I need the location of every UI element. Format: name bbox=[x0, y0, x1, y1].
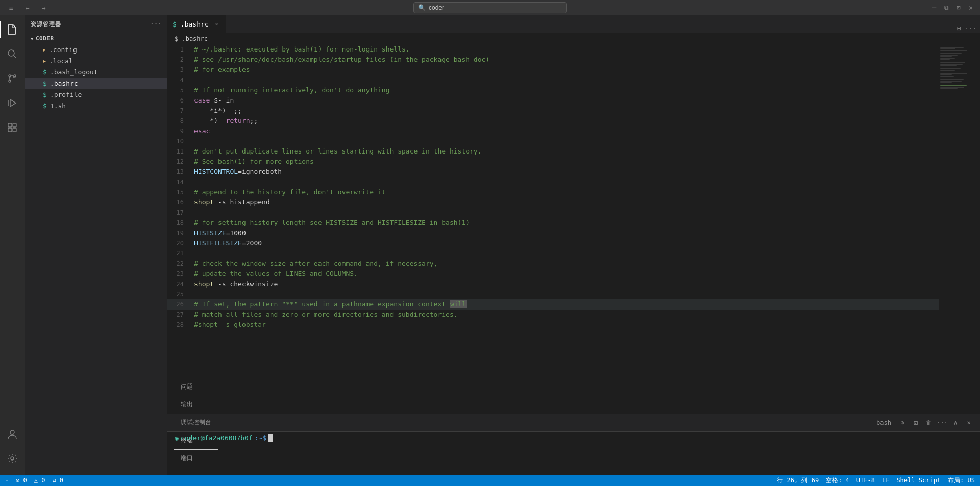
code-line-10: 10 bbox=[167, 136, 939, 146]
tab-dollar-icon: $ bbox=[173, 20, 177, 28]
sidebar-title: 资源管理器 bbox=[31, 20, 61, 28]
svg-marker-6 bbox=[10, 99, 16, 107]
activity-run[interactable] bbox=[0, 91, 24, 115]
minimap-line-24 bbox=[940, 82, 952, 83]
line-number-13: 13 bbox=[167, 167, 192, 177]
code-line-8: 8 *) return;; bbox=[167, 116, 939, 126]
back-button[interactable]: ← bbox=[21, 2, 34, 14]
code-line-18: 18# for setting history length see HISTS… bbox=[167, 218, 939, 228]
line-number-10: 10 bbox=[167, 136, 192, 146]
svg-point-2 bbox=[9, 75, 11, 77]
code-line-4: 4 bbox=[167, 75, 939, 85]
window-close-button[interactable]: × bbox=[967, 4, 975, 12]
tab-bar: $ .bashrc × ⊟ ··· bbox=[167, 15, 980, 33]
search-input[interactable] bbox=[429, 4, 551, 11]
spaces-indicator[interactable]: 空格: 4 bbox=[826, 476, 849, 485]
panel-tab-问题[interactable]: 问题 bbox=[174, 378, 218, 396]
tab-close-button[interactable]: × bbox=[213, 20, 221, 29]
activity-extensions[interactable] bbox=[0, 115, 24, 140]
section-label: CODER bbox=[36, 35, 54, 42]
sync-indicator[interactable]: ⇄ 0 bbox=[52, 477, 63, 484]
activity-source-control[interactable] bbox=[0, 66, 24, 91]
errors-indicator[interactable]: ⊘ 0 bbox=[16, 477, 27, 484]
title-bar-center: 🔍 bbox=[413, 2, 567, 13]
line-number-9: 9 bbox=[167, 126, 192, 136]
file-icon-local: ▶ bbox=[43, 58, 46, 64]
sidebar-item-config[interactable]: ▶ .config bbox=[24, 44, 167, 55]
activity-bar bbox=[0, 15, 24, 475]
minimap-line-19 bbox=[940, 74, 952, 75]
layout-indicator[interactable]: 布局: US bbox=[948, 476, 975, 485]
svg-rect-8 bbox=[8, 123, 12, 127]
line-content-10 bbox=[192, 136, 939, 146]
minimap-line-15 bbox=[940, 68, 961, 69]
line-content-27: # match all files and zero or more direc… bbox=[192, 310, 939, 320]
line-content-1: # ~/.bashrc: executed by bash(1) for non… bbox=[192, 44, 939, 55]
svg-line-1 bbox=[14, 56, 17, 59]
line-number-2: 2 bbox=[167, 55, 192, 65]
line-content-15: # append to the history file, don't over… bbox=[192, 187, 939, 197]
minimap-line-16 bbox=[940, 70, 955, 71]
encoding-indicator[interactable]: UTF-8 bbox=[856, 477, 875, 484]
activity-accounts[interactable] bbox=[0, 422, 24, 446]
errors-text: ⊘ 0 bbox=[16, 477, 27, 484]
sidebar-item-profile[interactable]: $ .profile bbox=[24, 89, 167, 100]
activity-explorer[interactable] bbox=[0, 17, 24, 42]
line-content-17 bbox=[192, 208, 939, 218]
code-lines-container: 1# ~/.bashrc: executed by bash(1) for no… bbox=[167, 44, 939, 330]
forward-button[interactable]: → bbox=[38, 2, 50, 14]
code-line-7: 7 *i*) ;; bbox=[167, 106, 939, 116]
minimap-line-26 bbox=[940, 85, 967, 86]
explorer-icon bbox=[7, 24, 18, 35]
activity-search[interactable] bbox=[0, 42, 24, 66]
sidebar-item-local[interactable]: ▶ .local bbox=[24, 55, 167, 66]
code-line-24: 24shopt -s checkwinsize bbox=[167, 279, 939, 289]
terminal-content[interactable]: ◉ coder@fa2a06087b0f :~$ bbox=[167, 432, 980, 475]
window-minimize-button[interactable]: ─ bbox=[930, 4, 938, 12]
svg-point-0 bbox=[8, 50, 14, 56]
activity-settings[interactable] bbox=[0, 446, 24, 471]
panel-tab-输出[interactable]: 输出 bbox=[174, 396, 218, 414]
code-line-3: 3# for examples bbox=[167, 65, 939, 75]
split-terminal-button[interactable]: ⊡ bbox=[911, 418, 921, 428]
line-number-11: 11 bbox=[167, 146, 192, 157]
window-layout-button[interactable]: ⊡ bbox=[954, 4, 963, 12]
minimap-line-3 bbox=[940, 50, 967, 51]
line-number-4: 4 bbox=[167, 75, 192, 85]
sidebar-item-label-config: .config bbox=[49, 46, 77, 54]
branch-indicator[interactable]: ⑂ bbox=[5, 477, 9, 484]
line-number-12: 12 bbox=[167, 157, 192, 167]
hamburger-menu-button[interactable]: ≡ bbox=[5, 2, 17, 14]
sidebar-item-bash_logout[interactable]: $ .bash_logout bbox=[24, 66, 167, 78]
tab-actions: ⊟ ··· bbox=[949, 23, 980, 33]
position-indicator[interactable]: 行 26, 列 69 bbox=[777, 476, 819, 485]
kill-terminal-button[interactable]: 🗑 bbox=[924, 418, 934, 428]
warnings-indicator[interactable]: △ 0 bbox=[34, 477, 45, 484]
language-indicator[interactable]: Shell Script bbox=[896, 477, 941, 484]
code-line-26: 26# If set, the pattern "**" used in a p… bbox=[167, 299, 939, 310]
panel-tab-调试控制台[interactable]: 调试控制台 bbox=[174, 414, 218, 432]
split-editor-button[interactable]: ⊟ bbox=[953, 23, 964, 33]
search-bar[interactable]: 🔍 bbox=[413, 2, 567, 13]
sidebar-more-button[interactable]: ··· bbox=[151, 19, 161, 30]
code-line-21: 21 bbox=[167, 248, 939, 259]
minimap-line-28 bbox=[940, 88, 958, 89]
terminal-more-button[interactable]: ··· bbox=[937, 418, 947, 428]
code-line-17: 17 bbox=[167, 208, 939, 218]
new-terminal-button[interactable]: ⊕ bbox=[897, 418, 908, 428]
line-content-9: esac bbox=[192, 126, 939, 136]
line-content-5: # If not running interactively, don't do… bbox=[192, 85, 939, 95]
editor-more-button[interactable]: ··· bbox=[966, 23, 976, 33]
code-line-1: 1# ~/.bashrc: executed by bash(1) for no… bbox=[167, 44, 939, 55]
title-bar-right: ─ ⧉ ⊡ × bbox=[930, 4, 975, 12]
close-panel-button[interactable]: × bbox=[964, 418, 974, 428]
title-bar-left: ≡ ← → bbox=[5, 2, 50, 14]
eol-indicator[interactable]: LF bbox=[882, 477, 889, 484]
tree-section-coder[interactable]: ▼ CODER bbox=[24, 33, 167, 44]
window-restore-button[interactable]: ⧉ bbox=[942, 4, 950, 12]
sidebar-item-bashrc[interactable]: $ .bashrc bbox=[24, 78, 167, 89]
tab-bashrc[interactable]: $ .bashrc × bbox=[167, 15, 226, 33]
sidebar-item-1sh[interactable]: $ 1.sh bbox=[24, 100, 167, 111]
code-editor[interactable]: 1# ~/.bashrc: executed by bash(1) for no… bbox=[167, 44, 939, 414]
maximize-panel-button[interactable]: ∧ bbox=[950, 418, 961, 428]
